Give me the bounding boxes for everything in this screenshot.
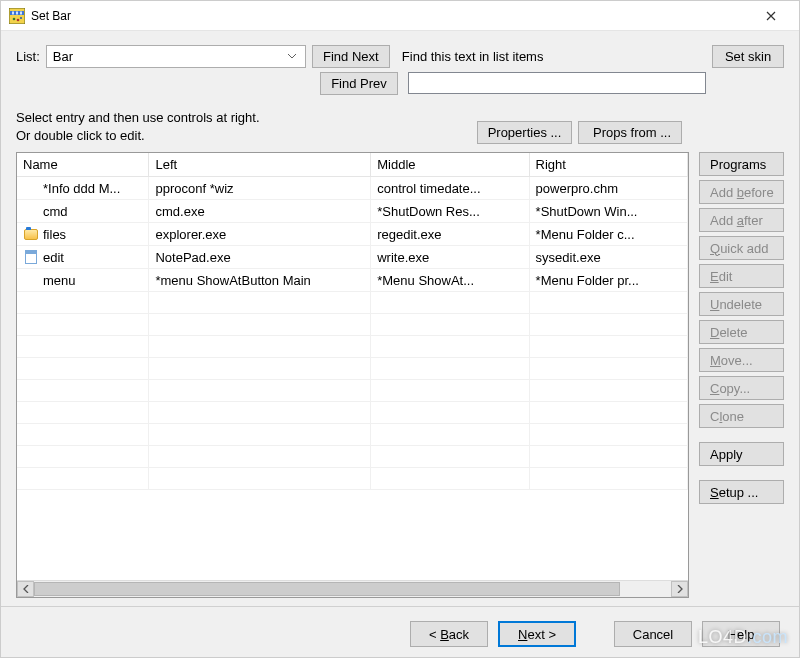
find-label: Find this text in list items xyxy=(400,49,706,64)
cell-left: *menu ShowAtButton Main xyxy=(149,269,371,292)
table-row[interactable]: *Info ddd M...pproconf *wizcontrol timed… xyxy=(17,177,688,200)
cell-middle: write.exe xyxy=(371,246,529,269)
table-row-empty[interactable] xyxy=(17,314,688,336)
col-header-name[interactable]: Name xyxy=(17,153,149,177)
table-row[interactable]: editNotePad.exewrite.exesysedit.exe xyxy=(17,246,688,269)
delete-button[interactable]: Delete xyxy=(699,320,784,344)
cell-left: cmd.exe xyxy=(149,200,371,223)
quick-add-button[interactable]: Quick add xyxy=(699,236,784,260)
cell-name: cmd xyxy=(43,204,68,219)
add-before-button[interactable]: Add before xyxy=(699,180,784,204)
scroll-right-icon[interactable] xyxy=(671,581,688,597)
properties-button[interactable]: Properties ... xyxy=(477,121,573,144)
edit-button[interactable]: Edit xyxy=(699,264,784,288)
svg-rect-4 xyxy=(20,11,22,14)
titlebar: Set Bar xyxy=(1,1,799,31)
cell-middle: *ShutDown Res... xyxy=(371,200,529,223)
col-header-left[interactable]: Left xyxy=(149,153,371,177)
cell-name: files xyxy=(43,227,66,242)
cell-name: menu xyxy=(43,273,76,288)
programs-button[interactable]: Programs xyxy=(699,152,784,176)
set-skin-button[interactable]: Set skin xyxy=(712,45,784,68)
table-row-empty[interactable] xyxy=(17,446,688,468)
cell-left: pproconf *wiz xyxy=(149,177,371,200)
table-row-empty[interactable] xyxy=(17,292,688,314)
help-button[interactable]: Help xyxy=(702,621,780,647)
window-frame: Set Bar List: Bar Find Next Find this te… xyxy=(0,0,800,658)
svg-rect-2 xyxy=(12,11,14,14)
cell-right: *Menu Folder c... xyxy=(529,223,687,246)
find-text-input[interactable] xyxy=(408,72,706,94)
copy-button[interactable]: Copy... xyxy=(699,376,784,400)
cell-left: explorer.exe xyxy=(149,223,371,246)
blank-icon xyxy=(23,203,39,219)
sidebar: Programs Add before Add after Quick add … xyxy=(699,152,784,598)
clone-button[interactable]: Clone xyxy=(699,404,784,428)
close-button[interactable] xyxy=(751,2,791,30)
cell-middle: regedit.exe xyxy=(371,223,529,246)
table-header-row[interactable]: Name Left Middle Right xyxy=(17,153,688,177)
window-title: Set Bar xyxy=(31,9,751,23)
back-button[interactable]: < Back xyxy=(410,621,488,647)
list-combo[interactable]: Bar xyxy=(46,45,306,68)
cell-left: NotePad.exe xyxy=(149,246,371,269)
setup-button[interactable]: Setup ... xyxy=(699,480,784,504)
wizard-footer: < Back Next > Cancel Help xyxy=(16,607,784,647)
svg-point-7 xyxy=(20,16,22,18)
svg-rect-3 xyxy=(16,11,18,14)
blank-icon xyxy=(23,272,39,288)
notepad-icon xyxy=(23,249,39,265)
svg-point-6 xyxy=(17,18,20,21)
apply-button[interactable]: Apply xyxy=(699,442,784,466)
table-row[interactable]: menu*menu ShowAtButton Main*Menu ShowAt.… xyxy=(17,269,688,292)
entry-table[interactable]: Name Left Middle Right *Info ddd M...ppr… xyxy=(16,152,689,598)
list-combo-value: Bar xyxy=(53,49,73,64)
cell-name: *Info ddd M... xyxy=(43,181,120,196)
find-next-button[interactable]: Find Next xyxy=(312,45,390,68)
blank-icon xyxy=(23,180,39,196)
move-button[interactable]: Move... xyxy=(699,348,784,372)
cell-right: *Menu Folder pr... xyxy=(529,269,687,292)
cell-name: edit xyxy=(43,250,64,265)
undelete-button[interactable]: Undelete xyxy=(699,292,784,316)
add-after-button[interactable]: Add after xyxy=(699,208,784,232)
scroll-left-icon[interactable] xyxy=(17,581,34,597)
table-row-empty[interactable] xyxy=(17,424,688,446)
cell-middle: control timedate... xyxy=(371,177,529,200)
app-icon xyxy=(9,8,25,24)
table-row[interactable]: filesexplorer.exeregedit.exe*Menu Folder… xyxy=(17,223,688,246)
col-header-middle[interactable]: Middle xyxy=(371,153,529,177)
table-row-empty[interactable] xyxy=(17,468,688,490)
table-row[interactable]: cmdcmd.exe*ShutDown Res...*ShutDown Win.… xyxy=(17,200,688,223)
table-row-empty[interactable] xyxy=(17,336,688,358)
list-label: List: xyxy=(16,49,40,64)
find-prev-button[interactable]: Find Prev xyxy=(320,72,398,95)
client-area: List: Bar Find Next Find this text in li… xyxy=(1,31,799,657)
svg-point-5 xyxy=(13,17,16,20)
svg-rect-0 xyxy=(9,8,25,24)
cell-middle: *Menu ShowAt... xyxy=(371,269,529,292)
table-row-empty[interactable] xyxy=(17,358,688,380)
cell-right: *ShutDown Win... xyxy=(529,200,687,223)
chevron-down-icon xyxy=(283,46,301,67)
cell-right: sysedit.exe xyxy=(529,246,687,269)
next-button[interactable]: Next > xyxy=(498,621,576,647)
col-header-right[interactable]: Right xyxy=(529,153,687,177)
horizontal-scrollbar[interactable] xyxy=(17,580,688,597)
scroll-thumb[interactable] xyxy=(34,582,620,596)
cell-right: powerpro.chm xyxy=(529,177,687,200)
props-from-button[interactable]: Props from ... xyxy=(578,121,682,144)
instructions-text: Select entry and then use controls at ri… xyxy=(16,109,260,144)
table-row-empty[interactable] xyxy=(17,380,688,402)
folder-icon xyxy=(23,226,39,242)
table-row-empty[interactable] xyxy=(17,402,688,424)
scroll-track[interactable] xyxy=(34,581,671,597)
cancel-button[interactable]: Cancel xyxy=(614,621,692,647)
